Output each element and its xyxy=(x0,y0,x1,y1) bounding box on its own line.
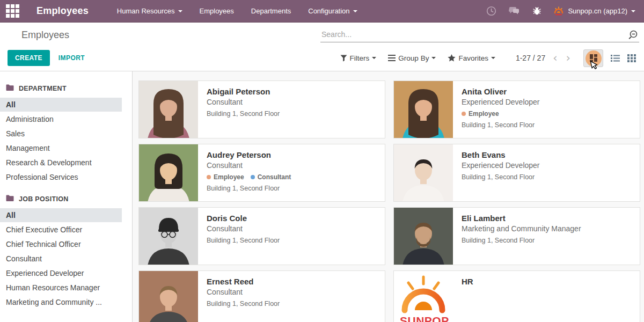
sidebar-item-chief-executive-officer[interactable]: Chief Executive Officer xyxy=(0,223,122,237)
create-button[interactable]: CREATE xyxy=(8,50,50,66)
employee-job-title: Consultant xyxy=(207,288,280,296)
employee-location: Building 1, Second Floor xyxy=(462,237,581,244)
sidebar-item-administration[interactable]: Administration xyxy=(0,112,122,126)
tag-label: Employee xyxy=(214,173,244,181)
folder-icon xyxy=(6,84,14,93)
employee-card[interactable]: Ernest ReedConsultantBuilding 1, Second … xyxy=(138,270,385,322)
employee-tag: Employee xyxy=(207,173,244,181)
employee-name: Beth Evans xyxy=(462,150,540,159)
employee-location: Building 1, Second Floor xyxy=(207,185,291,192)
employee-tag: Consultant xyxy=(251,173,291,181)
sidebar-item-chief-technical-officer[interactable]: Chief Technical Officer xyxy=(0,237,122,251)
nav-menu-item-configuration[interactable]: Configuration xyxy=(301,0,364,22)
nav-menu-item-human-resources[interactable]: Human Resources xyxy=(110,0,189,22)
employee-info: Audrey PetersonConsultantEmployeeConsult… xyxy=(198,144,299,201)
employee-info: Eli LambertMarketing and Community Manag… xyxy=(453,208,590,265)
employee-location: Building 1, Second Floor xyxy=(462,121,540,129)
sidebar-section-title: DEPARTMENT xyxy=(19,85,67,92)
pager-text: 1-27 / 27 xyxy=(516,54,545,62)
group-by-dropdown[interactable]: Group By xyxy=(385,52,439,64)
employee-photo xyxy=(139,144,198,201)
sidebar-item-human-resources-manager[interactable]: Human Resources Manager xyxy=(0,281,122,295)
employee-job-title: Experienced Developer xyxy=(462,161,540,170)
sidebar-section-header: JOB POSITION xyxy=(0,192,132,208)
employee-name: Eli Lambert xyxy=(462,214,581,223)
employee-job-title: Consultant xyxy=(207,161,291,170)
employee-card[interactable]: Eli LambertMarketing and Community Manag… xyxy=(393,207,640,265)
sidebar-item-research-development[interactable]: Research & Development xyxy=(0,156,122,170)
sidebar-section-department: DEPARTMENTAllAdministrationSalesManageme… xyxy=(0,81,132,184)
search-input[interactable] xyxy=(320,28,639,42)
import-button[interactable]: IMPORT xyxy=(58,54,85,62)
grid-view-button[interactable] xyxy=(627,54,636,62)
chevron-down-icon xyxy=(631,10,635,12)
sidebar-item-experienced-developer[interactable]: Experienced Developer xyxy=(0,266,122,280)
nav-menu-item-label: Departments xyxy=(251,7,291,15)
sidebar-item-consultant[interactable]: Consultant xyxy=(0,252,122,266)
kanban-view-button[interactable] xyxy=(583,49,603,67)
debug-button[interactable] xyxy=(526,0,548,22)
nav-menu-item-label: Human Resources xyxy=(117,7,175,15)
employee-card[interactable]: Doris ColeConsultantBuilding 1, Second F… xyxy=(138,207,385,265)
app-title: Employees xyxy=(36,5,89,17)
employee-job-title: Consultant xyxy=(207,224,280,233)
employee-card[interactable]: Anita OliverExperienced DeveloperEmploye… xyxy=(393,80,640,138)
sidebar-item-marketing-and-community-[interactable]: Marketing and Community ... xyxy=(0,295,122,309)
tag-label: Employee xyxy=(469,110,499,118)
chevron-down-icon xyxy=(491,57,495,59)
sidebar-item-all[interactable]: All xyxy=(0,98,122,112)
employee-card[interactable]: Beth EvansExperienced DeveloperBuilding … xyxy=(393,144,640,202)
control-panel: Employees CREATE IMPORT Filters xyxy=(0,22,644,71)
employee-job-title: Marketing and Community Manager xyxy=(462,224,581,233)
tag-color-dot xyxy=(462,112,466,116)
employee-name: Anita Oliver xyxy=(462,87,540,96)
employee-card[interactable]: Abigail PetersonConsultantBuilding 1, Se… xyxy=(138,80,385,138)
filters-label: Filters xyxy=(350,54,370,62)
user-menu[interactable]: Sunpop.cn (app12) xyxy=(548,0,644,22)
employee-card[interactable]: SUNPOPHR xyxy=(393,270,640,322)
apps-grid-icon xyxy=(6,4,19,18)
user-name: Sunpop.cn (app12) xyxy=(568,7,627,15)
list-view-icon xyxy=(611,54,620,62)
search-icon[interactable] xyxy=(627,30,638,40)
employee-location: Building 1, Second Floor xyxy=(462,173,540,181)
top-navbar: Employees Human ResourcesEmployeesDepart… xyxy=(0,0,644,22)
chevron-down-icon xyxy=(353,10,357,12)
pager-next-button[interactable]: › xyxy=(565,53,572,64)
employee-photo xyxy=(394,208,453,265)
employee-name: HR xyxy=(462,277,473,286)
list-view-button[interactable] xyxy=(611,54,620,62)
tag-color-dot xyxy=(251,175,255,179)
sidebar-item-management[interactable]: Management xyxy=(0,141,122,155)
employee-info: Anita OliverExperienced DeveloperEmploye… xyxy=(453,81,548,138)
employee-name: Audrey Peterson xyxy=(207,150,291,159)
apps-menu-button[interactable] xyxy=(0,0,25,22)
employee-photo xyxy=(394,81,453,138)
sunpop-logo-icon xyxy=(553,6,564,16)
employee-card-grid: Abigail PetersonConsultantBuilding 1, Se… xyxy=(138,80,640,322)
kanban-content: Abigail PetersonConsultantBuilding 1, Se… xyxy=(133,71,644,322)
svg-text:SUNPOP: SUNPOP xyxy=(400,314,449,322)
employee-name: Ernest Reed xyxy=(207,277,280,286)
nav-menu-item-departments[interactable]: Departments xyxy=(244,0,298,22)
sidebar-section-title: JOB POSITION xyxy=(19,195,69,203)
pager-prev-button[interactable]: ‹ xyxy=(552,53,558,64)
sidebar-item-professional-services[interactable]: Professional Services xyxy=(0,170,122,184)
sidebar-item-sales[interactable]: Sales xyxy=(0,127,122,141)
nav-menu-item-employees[interactable]: Employees xyxy=(193,0,241,22)
tag-label: Consultant xyxy=(258,173,291,181)
employee-info: HR xyxy=(453,271,482,322)
employee-photo xyxy=(139,81,198,138)
employee-info: Abigail PetersonConsultantBuilding 1, Se… xyxy=(198,81,288,138)
messages-button[interactable] xyxy=(502,0,526,22)
sidebar-item-all[interactable]: All xyxy=(0,208,122,222)
favorites-dropdown[interactable]: Favorites xyxy=(444,52,499,64)
employee-location: Building 1, Second Floor xyxy=(207,300,280,308)
filters-dropdown[interactable]: Filters xyxy=(337,52,380,64)
folder-icon xyxy=(6,195,14,203)
activities-button[interactable] xyxy=(480,0,502,22)
employee-info: Doris ColeConsultantBuilding 1, Second F… xyxy=(198,208,288,265)
employee-card[interactable]: Audrey PetersonConsultantEmployeeConsult… xyxy=(138,144,385,202)
employee-tags: EmployeeConsultant xyxy=(207,173,291,181)
tag-color-dot xyxy=(207,175,211,179)
